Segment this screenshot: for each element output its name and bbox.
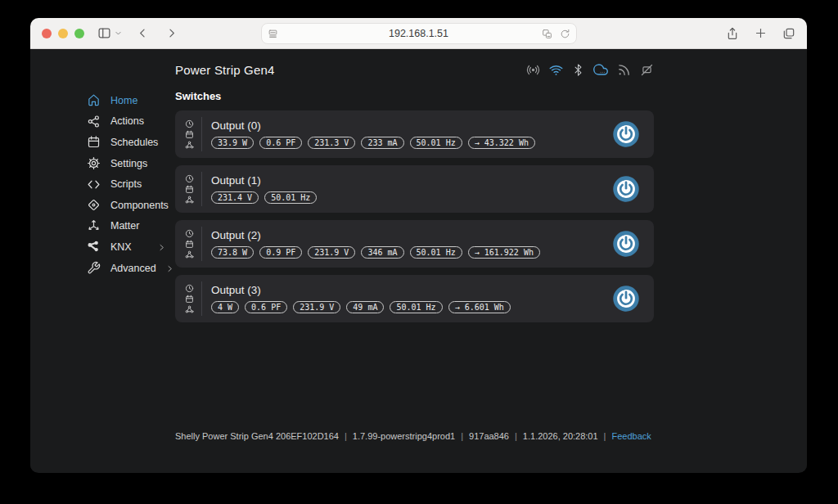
stat-badge: 73.8 W xyxy=(211,246,254,259)
mqtt-icon xyxy=(617,63,631,77)
card-feature-icons xyxy=(183,229,196,259)
switch-card: Output (1) 231.4 V50.01 Hz xyxy=(175,165,654,213)
schedules-icon xyxy=(87,135,101,149)
sidebar-item-label: Scripts xyxy=(110,178,142,190)
build-hash: 917aa846 xyxy=(469,431,509,441)
share-icon[interactable] xyxy=(726,27,739,40)
switch-title: Output (1) xyxy=(211,174,317,187)
app-header: Power Strip Gen4 xyxy=(30,49,807,77)
stat-badge: 346 mA xyxy=(361,246,403,259)
sidebar-item-schedules[interactable]: Schedules xyxy=(87,132,165,153)
power-icon xyxy=(612,175,640,203)
stat-badge: 231.9 V xyxy=(308,246,355,259)
home-icon xyxy=(87,93,101,107)
new-tab-icon[interactable] xyxy=(755,27,767,40)
components-icon xyxy=(87,198,101,212)
sidebar-item-label: Matter xyxy=(110,220,139,232)
feedback-link[interactable]: Feedback xyxy=(611,431,651,441)
stat-badge: 4 W xyxy=(211,301,239,313)
timer-icon xyxy=(185,119,194,128)
protocol-disabled-icon xyxy=(640,63,654,77)
wifi-icon xyxy=(549,63,563,77)
sidebar-item-advanced[interactable]: Advanced xyxy=(87,258,165,279)
power-toggle-button[interactable] xyxy=(612,175,640,203)
forward-icon[interactable] xyxy=(165,27,178,39)
sidebar-item-label: KNX xyxy=(110,241,132,253)
stat-badge: 50.01 Hz xyxy=(410,246,462,259)
switch-card: Output (0) 33.9 W0.6 PF231.3 V233 mA50.0… xyxy=(175,110,654,158)
power-icon xyxy=(612,285,640,313)
chevron-right-icon xyxy=(158,240,165,254)
stat-badge: → 6.601 Wh xyxy=(448,301,511,313)
actions-mini-icon xyxy=(185,305,194,314)
stat-badge: 50.01 Hz xyxy=(390,301,442,313)
stat-badge: 0.6 PF xyxy=(259,137,302,149)
actions-mini-icon xyxy=(185,196,194,205)
sidebar-toggle-icon[interactable] xyxy=(97,26,111,40)
sidebar-item-label: Advanced xyxy=(110,263,156,274)
sidebar-item-knx[interactable]: KNX xyxy=(87,236,165,258)
sidebar-item-scripts[interactable]: Scripts xyxy=(87,173,165,195)
card-feature-icons xyxy=(183,284,196,314)
separator: | xyxy=(515,431,517,441)
schedule-icon xyxy=(185,240,194,249)
schedule-icon xyxy=(185,130,194,139)
power-toggle-button[interactable] xyxy=(612,120,640,148)
chevron-right-icon xyxy=(166,261,173,276)
actions-icon xyxy=(87,115,101,128)
separator: | xyxy=(461,431,463,441)
device-datetime: 1.1.2026, 20:28:01 xyxy=(523,431,598,441)
url-text[interactable]: 192.168.1.51 xyxy=(262,28,576,39)
close-window-button[interactable] xyxy=(42,29,52,38)
sidebar-item-home[interactable]: Home xyxy=(87,90,165,111)
sidebar-item-components[interactable]: Components xyxy=(87,195,165,216)
stat-badge: 233 mA xyxy=(361,137,403,149)
stat-badge: 0.6 PF xyxy=(245,301,287,313)
divider xyxy=(201,172,202,206)
stat-badge: 50.01 Hz xyxy=(410,137,462,149)
chevron-down-icon[interactable] xyxy=(115,29,122,37)
power-icon xyxy=(612,120,640,148)
firmware-version: 1.7.99-powerstripg4prod1 xyxy=(353,431,455,441)
divider xyxy=(201,227,202,261)
card-feature-icons xyxy=(183,119,196,150)
power-toggle-button[interactable] xyxy=(612,285,640,313)
switch-title: Output (3) xyxy=(211,284,511,296)
section-title: Switches xyxy=(175,90,654,102)
sidebar: Home Actions Schedules Settings Scripts xyxy=(30,90,175,330)
stat-badges: 33.9 W0.6 PF231.3 V233 mA50.01 Hz→ 43.32… xyxy=(211,137,535,149)
address-bar[interactable]: 192.168.1.51 xyxy=(261,23,577,44)
power-icon xyxy=(612,230,640,258)
sidebar-item-label: Settings xyxy=(110,158,147,169)
scripts-icon xyxy=(87,178,101,191)
browser-window: 192.168.1.51 Power St xyxy=(30,18,807,473)
sidebar-item-actions[interactable]: Actions xyxy=(87,111,165,133)
app-content: Power Strip Gen4 xyxy=(30,49,807,472)
card-feature-icons xyxy=(183,174,196,205)
matter-icon xyxy=(87,219,101,233)
zoom-window-button[interactable] xyxy=(74,29,84,38)
stat-badge: 231.9 V xyxy=(293,301,340,313)
schedule-icon xyxy=(185,295,194,304)
status-icons xyxy=(526,62,654,77)
sidebar-item-settings[interactable]: Settings xyxy=(87,153,165,174)
footer: Shelly Power Strip Gen4 206EF102D164 | 1… xyxy=(175,431,651,441)
sidebar-item-matter[interactable]: Matter xyxy=(87,216,165,237)
stat-badges: 231.4 V50.01 Hz xyxy=(211,191,317,204)
traffic-lights xyxy=(42,29,84,38)
stat-badge: 231.3 V xyxy=(308,137,355,149)
stat-badge: 231.4 V xyxy=(211,191,259,204)
advanced-icon xyxy=(87,261,101,275)
timer-icon xyxy=(185,229,194,238)
sidebar-item-label: Components xyxy=(110,200,169,211)
switch-title: Output (2) xyxy=(211,229,540,241)
switch-card: Output (2) 73.8 W0.9 PF231.9 V346 mA50.0… xyxy=(175,220,654,268)
minimize-window-button[interactable] xyxy=(58,29,68,38)
divider xyxy=(201,281,202,316)
stat-badges: 4 W0.6 PF231.9 V49 mA50.01 Hz→ 6.601 Wh xyxy=(211,301,511,313)
stat-badge: 33.9 W xyxy=(211,137,254,149)
back-icon[interactable] xyxy=(137,27,149,39)
tabs-overview-icon[interactable] xyxy=(782,27,795,40)
stat-badge: 49 mA xyxy=(346,301,384,313)
power-toggle-button[interactable] xyxy=(612,230,640,258)
